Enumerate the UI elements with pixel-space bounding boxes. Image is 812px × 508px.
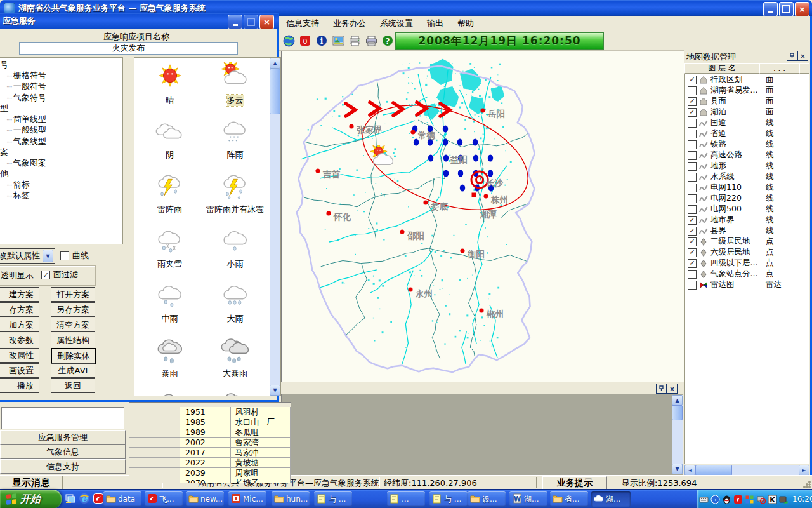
dock-close-icon[interactable]: × bbox=[667, 384, 678, 394]
clear-plan-button[interactable]: 清空方案 bbox=[51, 318, 95, 332]
ie-icon[interactable]: e bbox=[79, 493, 90, 504]
tree-item-9[interactable]: 气象图案 bbox=[0, 158, 122, 170]
layer-row-17[interactable]: ✓四级以下居...点 bbox=[685, 258, 809, 269]
layers-hscrollbar[interactable]: ◄ ► bbox=[684, 465, 809, 475]
play-button[interactable]: 播放 bbox=[0, 378, 39, 393]
map-canvas[interactable]: 岳阳张家界常德益阳长沙吉首怀化娄底株州湘潭邵阳衡阳永州郴州 bbox=[281, 51, 684, 382]
animation-settings-button[interactable]: 画设置 bbox=[0, 363, 39, 378]
layer-row-9[interactable]: 水系线线 bbox=[685, 171, 809, 182]
save-plan-button[interactable]: 存方案 bbox=[0, 302, 39, 317]
disk-icon[interactable] bbox=[779, 495, 789, 504]
layer-row-16[interactable]: ✓六级居民地点 bbox=[685, 247, 809, 258]
layer-checkbox[interactable] bbox=[688, 205, 697, 214]
taskbar-task-2[interactable]: new... bbox=[186, 491, 224, 507]
weather-symbol-partial-12[interactable] bbox=[137, 389, 202, 396]
table-row[interactable]: 2002曾家湾 bbox=[129, 438, 291, 448]
taskbar-task-4[interactable]: hun... bbox=[272, 491, 310, 507]
layer-checkbox[interactable]: ✓ bbox=[688, 227, 697, 236]
globe-icon[interactable] bbox=[282, 34, 296, 48]
layers-col-name[interactable]: 图 层 名 bbox=[684, 63, 759, 74]
image-icon[interactable] bbox=[331, 34, 345, 48]
updates-icon[interactable] bbox=[745, 495, 754, 504]
tree-item-2[interactable]: 一般符号 bbox=[0, 81, 122, 93]
tree-item-5[interactable]: 简单线型 bbox=[0, 114, 122, 126]
layer-row-3[interactable]: ✓湖泊面 bbox=[685, 107, 809, 117]
weather-symbol-小雨[interactable]: 小雨 bbox=[202, 225, 268, 280]
emergency-service-manage-button[interactable]: 应急服务管理 bbox=[0, 430, 126, 444]
layer-checkbox[interactable] bbox=[688, 281, 697, 290]
weather-symbol-阴[interactable]: 阴 bbox=[137, 116, 202, 171]
taskbar-task-9[interactable]: W湖... bbox=[509, 491, 547, 507]
network-off-icon[interactable] bbox=[756, 495, 766, 504]
save-as-plan-button[interactable]: 另存方案 bbox=[51, 302, 95, 317]
tree-item-3[interactable]: 气象符号 bbox=[0, 93, 122, 104]
default-attr-dropdown[interactable]: 改默认属性 ▼ bbox=[0, 248, 55, 264]
taskbar-task-5[interactable]: 与 ... bbox=[314, 491, 352, 507]
weather-symbol-partial-13[interactable] bbox=[202, 389, 268, 396]
layer-checkbox[interactable] bbox=[688, 173, 697, 182]
layers-pin-icon[interactable] bbox=[787, 51, 797, 61]
minimize-button[interactable] bbox=[763, 2, 778, 17]
weather-symbol-多云[interactable]: 多云 bbox=[202, 62, 268, 116]
layers-col-stub[interactable] bbox=[799, 63, 809, 74]
layers-col-dots[interactable]: . . . bbox=[759, 63, 799, 74]
dock-pin-icon[interactable] bbox=[656, 384, 667, 394]
menu-item-1[interactable]: 业务办公 bbox=[326, 16, 373, 31]
printer-icon[interactable] bbox=[348, 34, 362, 48]
weather-symbol-中雨[interactable]: 中雨 bbox=[137, 280, 202, 335]
layer-checkbox[interactable]: ✓ bbox=[688, 97, 697, 106]
layer-row-5[interactable]: 省道线 bbox=[685, 128, 809, 139]
tree-item-11[interactable]: 箭标 bbox=[0, 180, 122, 191]
dialog-close-button[interactable]: × bbox=[259, 15, 274, 29]
layer-row-8[interactable]: 地形线 bbox=[685, 161, 809, 171]
layer-checkbox[interactable]: ✓ bbox=[688, 248, 697, 257]
menu-item-3[interactable]: 输出 bbox=[420, 16, 450, 31]
menu-item-2[interactable]: 系统设置 bbox=[373, 16, 420, 31]
keyboard-icon[interactable] bbox=[699, 495, 709, 504]
delete-entity-button[interactable]: 删除实体 bbox=[51, 348, 96, 364]
layer-row-4[interactable]: 国道线 bbox=[685, 117, 809, 128]
weather-symbol-晴[interactable]: 晴 bbox=[137, 62, 202, 116]
resize-grip[interactable] bbox=[803, 481, 811, 488]
weather-symbol-暴雨[interactable]: 暴雨 bbox=[137, 335, 202, 389]
layer-row-7[interactable]: 高速公路线 bbox=[685, 150, 809, 161]
table-row[interactable]: 1989冬瓜咀 bbox=[129, 427, 291, 438]
menu-item-4[interactable]: 帮助 bbox=[450, 16, 481, 31]
fetion-icon[interactable] bbox=[93, 493, 104, 504]
weather-symbol-雷阵雨[interactable]: 雷阵雨 bbox=[137, 171, 202, 225]
face-filter-checkbox[interactable]: ✓ 面过滤 bbox=[41, 269, 78, 281]
layer-checkbox[interactable] bbox=[688, 119, 697, 128]
layer-row-14[interactable]: ✓县界线 bbox=[685, 225, 809, 236]
layer-checkbox[interactable] bbox=[688, 194, 697, 203]
taskbar-task-0[interactable]: data bbox=[103, 491, 141, 507]
weather-info-button[interactable]: 气象信息 bbox=[0, 444, 126, 459]
layer-checkbox[interactable]: ✓ bbox=[688, 237, 697, 246]
table-row[interactable]: 2070长塘子 bbox=[129, 478, 291, 483]
modify-attrs-button[interactable]: 改属性 bbox=[0, 348, 39, 363]
info-support-button[interactable]: 信息支持 bbox=[0, 459, 126, 474]
tree-item-7[interactable]: 气象线型 bbox=[0, 137, 122, 148]
modify-params-button[interactable]: 改参数 bbox=[0, 333, 39, 347]
restore-button[interactable] bbox=[779, 2, 794, 17]
taskbar-task-8[interactable]: 设... bbox=[468, 491, 506, 507]
desktop-icon[interactable] bbox=[65, 493, 76, 504]
weather-symbol-大暴雨[interactable]: 大暴雨 bbox=[202, 335, 268, 389]
message-listbox[interactable] bbox=[1, 407, 124, 429]
layer-checkbox[interactable] bbox=[688, 151, 697, 160]
weather-symbol-阵雨[interactable]: 阵雨 bbox=[202, 116, 268, 171]
layer-checkbox[interactable]: ✓ bbox=[688, 76, 697, 84]
table-row[interactable]: 1985水口山一厂 bbox=[129, 417, 291, 427]
layer-row-13[interactable]: ✓地市界线 bbox=[685, 215, 809, 225]
lang-icon[interactable]: ‹ bbox=[710, 495, 720, 504]
layer-row-10[interactable]: 电网110线 bbox=[685, 182, 809, 193]
layer-row-0[interactable]: ✓行政区划面 bbox=[685, 74, 809, 85]
printer2-icon[interactable] bbox=[364, 34, 378, 48]
close-button[interactable]: × bbox=[795, 2, 809, 17]
taskbar-task-3[interactable]: Mic... bbox=[228, 491, 266, 507]
table-row[interactable]: 1951凤羽村 bbox=[129, 407, 291, 417]
layers-close-icon[interactable]: × bbox=[797, 51, 808, 61]
weather-symbol-雷阵雨并有冰雹[interactable]: 雷阵雨并有冰雹 bbox=[202, 171, 268, 225]
info-icon[interactable]: i bbox=[315, 34, 329, 48]
curve-checkbox[interactable]: 曲线 bbox=[60, 250, 89, 262]
symbols-scrollbar[interactable]: ▲ ▼ bbox=[270, 58, 280, 396]
